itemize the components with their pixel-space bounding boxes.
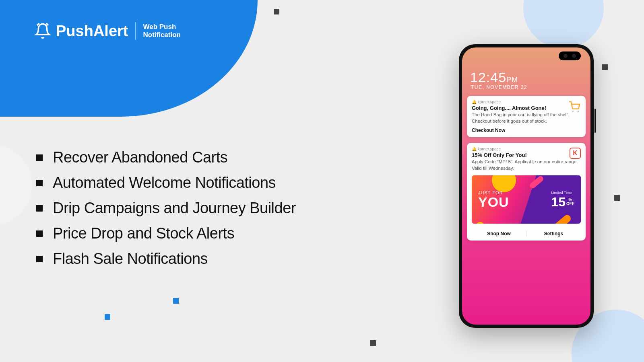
divider bbox=[135, 22, 136, 40]
feature-item: Recover Abandoned Carts bbox=[36, 149, 296, 166]
svg-line-1 bbox=[46, 23, 48, 25]
square-decoration bbox=[602, 64, 608, 70]
feature-text: Flash Sale Notifications bbox=[53, 250, 208, 267]
bell-icon bbox=[34, 23, 51, 39]
blue-blob-decoration bbox=[0, 0, 258, 117]
shop-now-button[interactable]: Shop Now bbox=[472, 231, 526, 237]
phone-screen: 12:45PM TUE, NOVEMBER 22 🔔 korner.space … bbox=[462, 47, 590, 325]
feature-item: Flash Sale Notifications bbox=[36, 250, 296, 267]
notification-cta[interactable]: Checkout Now bbox=[472, 128, 581, 133]
promo-text: Limited Time bbox=[551, 191, 574, 195]
svg-point-3 bbox=[578, 111, 578, 111]
settings-button[interactable]: Settings bbox=[526, 231, 581, 237]
feature-item: Price Drop and Stock Alerts bbox=[36, 225, 296, 242]
feature-text: Price Drop and Stock Alerts bbox=[53, 225, 234, 242]
svg-point-2 bbox=[572, 111, 573, 111]
feature-text: Drip Campaigns and Journey Builder bbox=[53, 200, 296, 217]
phone-mockup: 12:45PM TUE, NOVEMBER 22 🔔 korner.space … bbox=[459, 44, 594, 328]
cart-icon bbox=[568, 101, 581, 113]
phone-camera bbox=[559, 51, 581, 60]
notification-source: 🔔 korner.space bbox=[472, 100, 581, 104]
feature-item: Drip Campaigns and Journey Builder bbox=[36, 200, 296, 217]
notification-title: Going, Going.... Almost Gone! bbox=[472, 105, 581, 111]
circle-decoration bbox=[523, 0, 604, 48]
feature-text: Automated Welcome Notifications bbox=[53, 174, 276, 191]
circle-decoration bbox=[0, 145, 32, 225]
svg-line-0 bbox=[37, 23, 39, 25]
notification-source: 🔔 korner.space bbox=[472, 147, 581, 151]
time-ampm: PM bbox=[506, 76, 518, 84]
phone-button bbox=[594, 109, 596, 133]
brand-subtitle: Web Push Notification bbox=[143, 23, 181, 39]
brand-logo: PushAlert Web Push Notification bbox=[34, 22, 181, 40]
bullet-icon bbox=[36, 180, 43, 186]
square-decoration bbox=[274, 9, 279, 14]
feature-text: Recover Abandoned Carts bbox=[53, 149, 227, 166]
lockscreen-time: 12:45PM bbox=[467, 70, 586, 85]
features-list: Recover Abandoned Carts Automated Welcom… bbox=[36, 149, 296, 276]
brand-name: PushAlert bbox=[56, 23, 128, 40]
bullet-icon bbox=[36, 154, 43, 161]
bullet-icon bbox=[36, 205, 43, 212]
brand-k-icon: K bbox=[570, 148, 581, 159]
brand-subtitle-line: Notification bbox=[143, 31, 181, 39]
notification-card[interactable]: 🔔 korner.space Going, Going.... Almost G… bbox=[467, 96, 586, 137]
square-decoration bbox=[173, 298, 179, 304]
notification-body: The Hand Bag in your cart is flying off … bbox=[472, 112, 581, 124]
bullet-icon bbox=[36, 256, 43, 262]
promo-off-label: OFF bbox=[566, 202, 574, 206]
square-decoration bbox=[614, 195, 620, 201]
time-value: 12:45 bbox=[470, 70, 506, 85]
bullet-icon bbox=[36, 230, 43, 237]
feature-item: Automated Welcome Notifications bbox=[36, 174, 296, 191]
notification-title: 15% Off Only For You! bbox=[472, 152, 581, 158]
notification-actions: Shop Now Settings bbox=[472, 228, 581, 237]
notification-body: Apply Code "MP15". Applicable on our ent… bbox=[472, 159, 581, 171]
square-decoration bbox=[105, 314, 110, 320]
promo-text: YOU bbox=[478, 195, 509, 209]
square-decoration bbox=[370, 340, 376, 346]
notification-promo-image: JUST FOR YOU Limited Time 15 % OFF bbox=[472, 175, 581, 224]
brand-subtitle-line: Web Push bbox=[143, 23, 181, 31]
promo-percent: 15 bbox=[551, 195, 566, 208]
lockscreen-date: TUE, NOVEMBER 22 bbox=[467, 84, 586, 90]
notification-card[interactable]: 🔔 korner.space 15% Off Only For You! App… bbox=[467, 143, 586, 241]
